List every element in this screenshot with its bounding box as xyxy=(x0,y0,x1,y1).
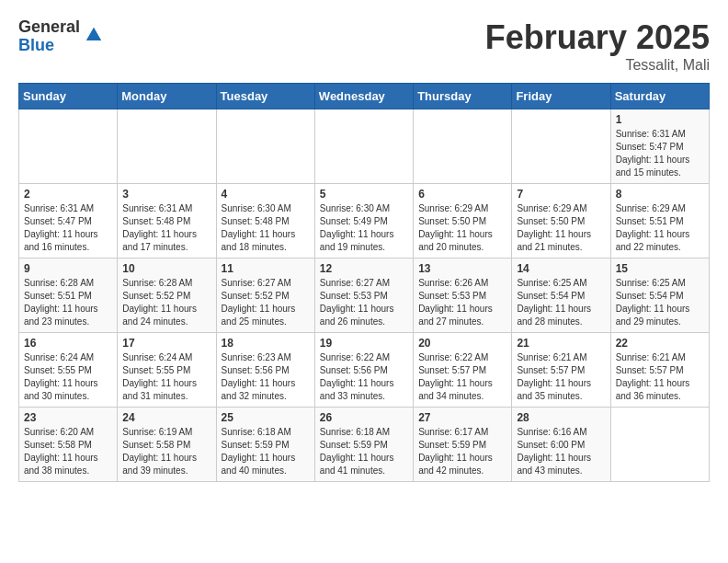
calendar-table: SundayMondayTuesdayWednesdayThursdayFrid… xyxy=(18,83,710,482)
day-cell: 8Sunrise: 6:29 AM Sunset: 5:51 PM Daylig… xyxy=(610,184,709,259)
day-cell: 28Sunrise: 6:16 AM Sunset: 6:00 PM Dayli… xyxy=(512,408,610,482)
day-number: 6 xyxy=(418,188,506,201)
day-cell: 17Sunrise: 6:24 AM Sunset: 5:55 PM Dayli… xyxy=(118,333,216,408)
weekday-header-sunday: Sunday xyxy=(19,84,118,109)
day-info: Sunrise: 6:31 AM Sunset: 5:47 PM Dayligh… xyxy=(616,129,690,178)
day-cell: 13Sunrise: 6:26 AM Sunset: 5:53 PM Dayli… xyxy=(414,259,512,333)
day-cell: 23Sunrise: 6:20 AM Sunset: 5:58 PM Dayli… xyxy=(19,408,118,482)
day-info: Sunrise: 6:18 AM Sunset: 5:59 PM Dayligh… xyxy=(222,427,296,476)
day-cell: 7Sunrise: 6:29 AM Sunset: 5:50 PM Daylig… xyxy=(512,184,610,259)
day-info: Sunrise: 6:31 AM Sunset: 5:47 PM Dayligh… xyxy=(24,203,98,252)
day-cell: 3Sunrise: 6:31 AM Sunset: 5:48 PM Daylig… xyxy=(118,184,216,259)
day-cell: 25Sunrise: 6:18 AM Sunset: 5:59 PM Dayli… xyxy=(216,408,314,482)
day-info: Sunrise: 6:28 AM Sunset: 5:52 PM Dayligh… xyxy=(122,278,197,327)
day-number: 19 xyxy=(320,337,408,350)
day-cell: 4Sunrise: 6:30 AM Sunset: 5:48 PM Daylig… xyxy=(216,184,314,259)
day-cell: 26Sunrise: 6:18 AM Sunset: 5:59 PM Dayli… xyxy=(314,408,413,482)
weekday-header-saturday: Saturday xyxy=(610,84,709,109)
day-cell: 14Sunrise: 6:25 AM Sunset: 5:54 PM Dayli… xyxy=(512,259,610,333)
day-info: Sunrise: 6:22 AM Sunset: 5:57 PM Dayligh… xyxy=(418,352,493,401)
day-cell xyxy=(314,109,413,184)
day-cell xyxy=(414,109,512,184)
weekday-header-thursday: Thursday xyxy=(414,84,512,109)
svg-marker-1 xyxy=(86,28,101,40)
week-row-1: 1Sunrise: 6:31 AM Sunset: 5:47 PM Daylig… xyxy=(19,109,710,184)
day-cell: 10Sunrise: 6:28 AM Sunset: 5:52 PM Dayli… xyxy=(118,259,216,333)
day-number: 20 xyxy=(418,337,506,350)
day-number: 21 xyxy=(517,337,605,350)
day-info: Sunrise: 6:25 AM Sunset: 5:54 PM Dayligh… xyxy=(616,278,690,327)
day-info: Sunrise: 6:27 AM Sunset: 5:53 PM Dayligh… xyxy=(320,278,394,327)
title-area: February 2025 Tessalit, Mali xyxy=(485,18,710,74)
day-number: 2 xyxy=(24,188,112,201)
weekday-header-tuesday: Tuesday xyxy=(216,84,314,109)
day-cell: 27Sunrise: 6:17 AM Sunset: 5:59 PM Dayli… xyxy=(414,408,512,482)
day-cell xyxy=(19,109,118,184)
day-cell: 6Sunrise: 6:29 AM Sunset: 5:50 PM Daylig… xyxy=(414,184,512,259)
day-number: 8 xyxy=(616,188,704,201)
day-cell: 2Sunrise: 6:31 AM Sunset: 5:47 PM Daylig… xyxy=(19,184,118,259)
day-info: Sunrise: 6:21 AM Sunset: 5:57 PM Dayligh… xyxy=(616,352,690,401)
day-info: Sunrise: 6:17 AM Sunset: 5:59 PM Dayligh… xyxy=(418,427,493,476)
day-info: Sunrise: 6:16 AM Sunset: 6:00 PM Dayligh… xyxy=(517,427,591,476)
day-number: 15 xyxy=(616,262,704,275)
calendar-subtitle: Tessalit, Mali xyxy=(485,57,710,74)
day-cell: 24Sunrise: 6:19 AM Sunset: 5:58 PM Dayli… xyxy=(118,408,216,482)
week-row-4: 16Sunrise: 6:24 AM Sunset: 5:55 PM Dayli… xyxy=(19,333,710,408)
day-number: 24 xyxy=(122,411,210,424)
day-info: Sunrise: 6:30 AM Sunset: 5:48 PM Dayligh… xyxy=(222,203,296,252)
weekday-header-wednesday: Wednesday xyxy=(314,84,413,109)
day-info: Sunrise: 6:24 AM Sunset: 5:55 PM Dayligh… xyxy=(24,352,98,401)
day-info: Sunrise: 6:29 AM Sunset: 5:50 PM Dayligh… xyxy=(418,203,493,252)
day-info: Sunrise: 6:21 AM Sunset: 5:57 PM Dayligh… xyxy=(517,352,591,401)
day-number: 26 xyxy=(320,411,408,424)
day-info: Sunrise: 6:20 AM Sunset: 5:58 PM Dayligh… xyxy=(24,427,98,476)
day-info: Sunrise: 6:31 AM Sunset: 5:48 PM Dayligh… xyxy=(122,203,197,252)
day-number: 5 xyxy=(320,188,408,201)
day-cell xyxy=(610,408,709,482)
day-number: 14 xyxy=(517,262,605,275)
weekday-header-row: SundayMondayTuesdayWednesdayThursdayFrid… xyxy=(19,84,710,109)
day-cell xyxy=(216,109,314,184)
day-cell: 22Sunrise: 6:21 AM Sunset: 5:57 PM Dayli… xyxy=(610,333,709,408)
day-number: 22 xyxy=(616,337,704,350)
day-info: Sunrise: 6:23 AM Sunset: 5:56 PM Dayligh… xyxy=(222,352,296,401)
day-cell: 15Sunrise: 6:25 AM Sunset: 5:54 PM Dayli… xyxy=(610,259,709,333)
day-number: 10 xyxy=(122,262,210,275)
day-number: 7 xyxy=(517,188,605,201)
day-number: 12 xyxy=(320,262,408,275)
day-info: Sunrise: 6:22 AM Sunset: 5:56 PM Dayligh… xyxy=(320,352,394,401)
day-info: Sunrise: 6:29 AM Sunset: 5:51 PM Dayligh… xyxy=(616,203,690,252)
day-info: Sunrise: 6:25 AM Sunset: 5:54 PM Dayligh… xyxy=(517,278,591,327)
day-number: 17 xyxy=(122,337,210,350)
day-cell: 18Sunrise: 6:23 AM Sunset: 5:56 PM Dayli… xyxy=(216,333,314,408)
day-cell: 12Sunrise: 6:27 AM Sunset: 5:53 PM Dayli… xyxy=(314,259,413,333)
day-cell: 5Sunrise: 6:30 AM Sunset: 5:49 PM Daylig… xyxy=(314,184,413,259)
header: General Blue February 2025 Tessalit, Mal… xyxy=(18,18,710,74)
day-cell xyxy=(118,109,216,184)
logo-icon xyxy=(83,24,105,46)
day-cell xyxy=(512,109,610,184)
day-info: Sunrise: 6:24 AM Sunset: 5:55 PM Dayligh… xyxy=(122,352,197,401)
day-cell: 11Sunrise: 6:27 AM Sunset: 5:52 PM Dayli… xyxy=(216,259,314,333)
day-cell: 1Sunrise: 6:31 AM Sunset: 5:47 PM Daylig… xyxy=(610,109,709,184)
day-info: Sunrise: 6:29 AM Sunset: 5:50 PM Dayligh… xyxy=(517,203,591,252)
day-number: 23 xyxy=(24,411,112,424)
weekday-header-monday: Monday xyxy=(118,84,216,109)
calendar-title: February 2025 xyxy=(485,18,710,57)
day-number: 1 xyxy=(616,113,704,126)
logo-general: General xyxy=(18,18,80,37)
logo: General Blue xyxy=(18,18,105,55)
day-cell: 19Sunrise: 6:22 AM Sunset: 5:56 PM Dayli… xyxy=(314,333,413,408)
day-number: 16 xyxy=(24,337,112,350)
day-cell: 20Sunrise: 6:22 AM Sunset: 5:57 PM Dayli… xyxy=(414,333,512,408)
day-number: 25 xyxy=(222,411,310,424)
weekday-header-friday: Friday xyxy=(512,84,610,109)
day-number: 3 xyxy=(122,188,210,201)
day-cell: 21Sunrise: 6:21 AM Sunset: 5:57 PM Dayli… xyxy=(512,333,610,408)
day-number: 9 xyxy=(24,262,112,275)
week-row-5: 23Sunrise: 6:20 AM Sunset: 5:58 PM Dayli… xyxy=(19,408,710,482)
day-cell: 9Sunrise: 6:28 AM Sunset: 5:51 PM Daylig… xyxy=(19,259,118,333)
week-row-2: 2Sunrise: 6:31 AM Sunset: 5:47 PM Daylig… xyxy=(19,184,710,259)
day-info: Sunrise: 6:30 AM Sunset: 5:49 PM Dayligh… xyxy=(320,203,394,252)
